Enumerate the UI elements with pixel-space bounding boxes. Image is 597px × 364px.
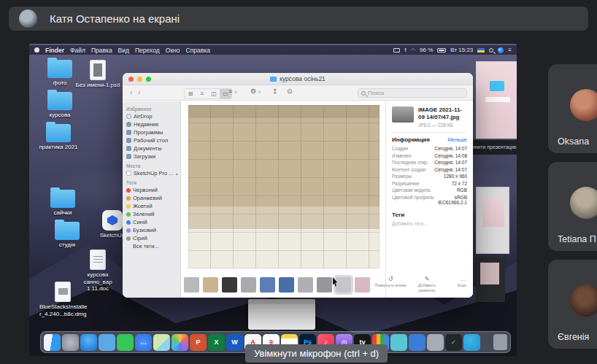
thumbnail[interactable]	[317, 277, 332, 293]
finder-titlebar[interactable]: курсова осінь21	[123, 73, 473, 85]
participant-name: Oksana	[558, 136, 589, 147]
tag-item[interactable]: Синій	[126, 218, 177, 226]
participant-tile[interactable]: Євгенія	[548, 260, 597, 349]
add-tags-placeholder[interactable]: Добавить теги...	[392, 221, 467, 226]
sidebar-item[interactable]: AirDrop	[126, 112, 177, 120]
sidebar-item[interactable]: Загрузки	[126, 152, 177, 160]
view-list-button[interactable]: ≡	[196, 89, 208, 98]
group-button[interactable]: ≡ ∨	[228, 88, 237, 95]
view-switcher: ⊞ ≡ ◫ ▭	[184, 88, 232, 99]
desktop-icon[interactable]: Без имени-1.psd	[74, 60, 121, 89]
traffic-lights	[128, 77, 151, 82]
share-button[interactable]: ↥	[272, 88, 278, 95]
sidebar-item[interactable]: Рабочий стол	[126, 136, 177, 144]
search-input[interactable]: Поиск	[358, 88, 467, 98]
desktop-icon[interactable]: сайчки	[39, 190, 86, 217]
view-columns-button[interactable]: ◫	[208, 89, 220, 98]
tag-item[interactable]: Жовтий	[126, 202, 177, 210]
tag-item[interactable]: Бузковий	[126, 226, 177, 234]
stop-presenting-banner[interactable]: Зупинити презентацію	[473, 140, 517, 155]
presenter-avatar	[19, 9, 37, 28]
quick-action-button[interactable]: ↺ Повернуть влево	[374, 276, 407, 293]
participant-tile[interactable]: Oksana	[548, 64, 597, 153]
dock-icon[interactable]	[427, 334, 444, 351]
dock-icon[interactable]: P	[190, 334, 207, 351]
desktop-icon[interactable]: студія	[44, 222, 90, 249]
sidebar-item-volume[interactable]: SketchUp Pro ... ▴	[126, 169, 177, 177]
thumbnail[interactable]	[222, 277, 237, 293]
dock-icon[interactable]	[44, 334, 61, 351]
desktop-icon-label: сайчки	[39, 209, 86, 217]
dock-icon[interactable]	[80, 334, 97, 351]
screen-share[interactable]: Finder ФайлПравкаВидПереходОкноСправка !…	[29, 44, 517, 356]
gallery-content	[181, 101, 385, 298]
thumbnail[interactable]	[241, 277, 256, 293]
dock-icon[interactable]	[390, 334, 407, 351]
info-row: Разрешение 72 x 72	[392, 181, 467, 186]
finder-window[interactable]: курсова осінь21 ‹› ⊞ ≡ ◫ ▭ ≡ ∨ ⚙ ∨ ↥ ⊙ П…	[123, 73, 473, 298]
sidebar-item[interactable]: Программы	[126, 128, 177, 136]
thumbnail[interactable]	[184, 277, 199, 293]
desktop-icon[interactable]: практика 2021	[35, 124, 82, 151]
quick-action-icon: ↺	[374, 276, 407, 283]
dock-icon[interactable]	[117, 334, 134, 351]
tag-item[interactable]: Сірий	[126, 234, 177, 242]
thumbnail[interactable]	[298, 277, 313, 293]
tag-item[interactable]: Оранжевий	[126, 194, 177, 202]
dock-icon[interactable]	[409, 334, 425, 351]
dock-icon[interactable]	[153, 334, 170, 351]
tag-item[interactable]: Зелений	[126, 210, 177, 218]
quick-action-icon: ✎	[410, 276, 444, 283]
recursive-mini-window	[248, 299, 315, 330]
zoom-button[interactable]	[146, 77, 151, 82]
view-grid-button[interactable]: ⊞	[185, 89, 196, 98]
sidebar-item[interactable]: Недавние	[126, 120, 177, 128]
file-thumbnail	[392, 107, 414, 123]
tag-color-dot	[126, 188, 131, 193]
dock-icon[interactable]	[99, 334, 115, 351]
recursive-share-window-2	[476, 187, 509, 254]
info-row: Последнее откр. Сегодня, 14:07	[392, 160, 467, 165]
action-gear-button[interactable]: ⚙ ∨	[250, 88, 261, 95]
file-icon	[46, 124, 71, 142]
dock-icon[interactable]	[62, 334, 79, 351]
thumbnail[interactable]	[260, 277, 275, 293]
dock-icon[interactable]	[463, 334, 480, 351]
tag-item[interactable]: Червоний	[126, 186, 177, 194]
dock-icon[interactable]: W	[226, 334, 243, 351]
eject-icon[interactable]: ▴	[176, 171, 178, 176]
participant-name: Євгенія	[558, 332, 589, 342]
tag-color-dot	[126, 204, 131, 209]
participant-tile[interactable]: Tetiana П	[548, 162, 597, 251]
file-icon	[47, 60, 72, 78]
dock-icon[interactable]: X	[208, 334, 225, 351]
info-row: Цветовой профиль sRGB IEC61966-2.1	[392, 195, 467, 205]
gallery-preview-image[interactable]	[188, 105, 380, 268]
sidebar-section-header: Места	[126, 163, 177, 169]
thumbnail[interactable]	[355, 277, 370, 293]
tag-item[interactable]: Все теги...	[126, 242, 177, 250]
quick-action-button[interactable]: ✎ Добавить разметку	[410, 276, 444, 293]
thumbnail[interactable]	[203, 277, 218, 293]
dock-icon[interactable]: ✓	[445, 334, 462, 351]
quick-action-button[interactable]: … Ещё...	[447, 276, 480, 293]
sidebar-item[interactable]: Документы	[126, 144, 177, 152]
minimize-button[interactable]	[137, 77, 142, 82]
back-forward-buttons[interactable]: ‹›	[130, 88, 145, 96]
desktop-icon[interactable]: BlueStacksInstalle r_4.240...b8c.dmg	[39, 282, 86, 317]
info-row: Изменен Сегодня, 14:08	[392, 153, 467, 158]
presenter-label: Катя Остапенко на екрані	[50, 7, 180, 31]
tags-button[interactable]: ⊙	[287, 88, 293, 95]
dock-icon[interactable]	[172, 334, 188, 351]
trash-icon[interactable]	[493, 334, 507, 350]
sidebar-item-icon	[126, 154, 131, 159]
dock-icon[interactable]: …	[135, 334, 152, 351]
desktop-icon[interactable]: курсова	[36, 92, 83, 119]
sidebar-item-icon	[126, 130, 131, 135]
info-collapse-link[interactable]: Меньше	[447, 137, 467, 142]
thumbnail[interactable]	[336, 277, 351, 293]
thumbnail[interactable]	[279, 277, 294, 293]
close-button[interactable]	[128, 77, 134, 82]
file-icon	[50, 190, 75, 208]
desktop-icon-label: студія	[44, 241, 90, 249]
